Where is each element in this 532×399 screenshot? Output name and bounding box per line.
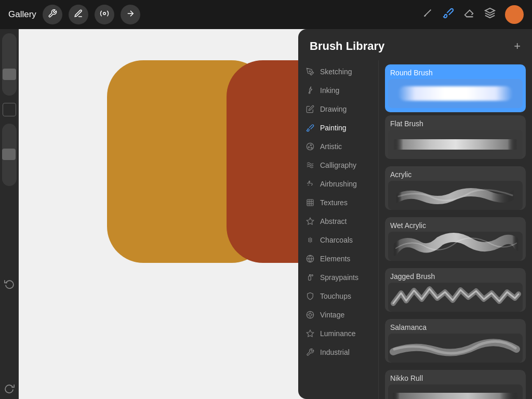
category-painting-label: Painting	[320, 124, 347, 132]
category-inking-label: Inking	[320, 86, 339, 95]
calligraphy-icon	[305, 161, 315, 170]
category-touchups[interactable]: Touchups	[298, 287, 378, 305]
category-textures-label: Textures	[320, 198, 348, 207]
jagged-brush-inner: Jagged Brush	[385, 268, 526, 312]
painting-icon	[305, 123, 315, 132]
svg-point-8	[310, 144, 312, 146]
category-inking[interactable]: Inking	[298, 81, 378, 100]
brush-item-flat-brush[interactable]: Flat Brush	[385, 115, 526, 163]
category-elements[interactable]: Elements	[298, 249, 378, 268]
side-panel	[0, 29, 19, 399]
category-industrial[interactable]: Industrial	[298, 343, 378, 362]
brush-size-slider[interactable]	[2, 33, 17, 96]
category-abstract-label: Abstract	[320, 217, 347, 225]
add-brush-button[interactable]: +	[514, 41, 521, 52]
jagged-brush-label: Jagged Brush	[385, 268, 526, 283]
round-brush-preview	[388, 79, 523, 108]
salamanca-label: Salamanca	[385, 319, 526, 334]
artistic-icon	[305, 142, 315, 151]
abstract-icon	[305, 217, 315, 226]
svg-marker-15	[307, 218, 313, 224]
undo-button[interactable]	[3, 277, 16, 290]
avatar[interactable]	[505, 5, 524, 24]
category-sketching[interactable]: Sketching	[298, 62, 378, 81]
svg-marker-4	[485, 8, 495, 13]
wet-acrylic-label: Wet Acrylic	[385, 217, 526, 232]
salamanca-preview	[388, 334, 523, 363]
svg-rect-21	[309, 276, 311, 280]
brush-item-acrylic[interactable]: Acrylic	[385, 166, 526, 214]
category-charcoals[interactable]: Charcoals	[298, 231, 378, 249]
salamanca-svg	[388, 334, 523, 363]
brush-library-panel: Brush Library + Sketching Inking	[298, 29, 532, 399]
toolbar-right	[422, 5, 524, 24]
category-luminance-label: Luminance	[320, 329, 356, 338]
svg-point-9	[311, 147, 312, 149]
textures-icon	[305, 198, 315, 207]
pen-tool-button[interactable]	[422, 7, 433, 22]
svg-point-22	[312, 275, 313, 276]
svg-point-6	[307, 143, 313, 150]
category-list: Sketching Inking Drawing	[298, 60, 379, 399]
category-artistic[interactable]: Artistic	[298, 137, 378, 156]
category-calligraphy[interactable]: Calligraphy	[298, 156, 378, 175]
adjust-button[interactable]	[69, 5, 88, 24]
category-airbrushing[interactable]: Airbrushing	[298, 175, 378, 193]
brush-item-wet-acrylic[interactable]: Wet Acrylic	[385, 217, 526, 265]
vintage-icon	[305, 310, 315, 320]
svg-marker-29	[307, 330, 313, 337]
airbrushing-icon	[305, 179, 315, 189]
brush-tool-button[interactable]	[443, 7, 454, 22]
brush-library-body: Sketching Inking Drawing	[298, 60, 532, 399]
drawing-icon	[305, 104, 315, 114]
toolbar: Gallery	[0, 0, 532, 29]
acrylic-inner: Acrylic	[385, 166, 526, 210]
brush-item-salamanca[interactable]: Salamanca	[385, 319, 526, 367]
category-spraypaints-label: Spraypaints	[320, 273, 358, 282]
category-touchups-label: Touchups	[320, 292, 351, 300]
redo-button[interactable]	[3, 381, 16, 395]
inking-icon	[305, 86, 315, 95]
wet-acrylic-svg	[388, 232, 523, 261]
toolbar-left: Gallery	[8, 5, 140, 24]
svg-rect-31	[392, 393, 518, 399]
elements-icon	[305, 254, 315, 263]
jagged-brush-preview	[388, 283, 523, 312]
category-spraypaints[interactable]: Spraypaints	[298, 268, 378, 287]
flat-brush-inner: Flat Brush	[385, 115, 526, 159]
eraser-tool-button[interactable]	[463, 7, 475, 22]
nikko-rull-preview	[388, 384, 523, 399]
category-textures[interactable]: Textures	[298, 193, 378, 212]
round-brush-stroke	[398, 86, 512, 101]
category-drawing[interactable]: Drawing	[298, 100, 378, 118]
nikko-rull-inner: Nikko Rull	[385, 370, 526, 399]
salamanca-inner: Salamanca	[385, 319, 526, 363]
category-painting[interactable]: Painting	[298, 118, 378, 137]
opacity-slider[interactable]	[2, 124, 17, 186]
category-luminance[interactable]: Luminance	[298, 324, 378, 343]
category-artistic-label: Artistic	[320, 142, 342, 151]
gallery-button[interactable]: Gallery	[8, 9, 36, 20]
category-sketching-label: Sketching	[320, 68, 352, 76]
brush-library-title: Brush Library	[310, 39, 384, 53]
category-elements-label: Elements	[320, 255, 350, 263]
brush-item-nikko-rull[interactable]: Nikko Rull	[385, 370, 526, 399]
acrylic-preview	[388, 181, 523, 210]
color-swatch[interactable]	[3, 103, 16, 116]
flat-brush-label: Flat Brush	[385, 115, 526, 130]
category-abstract[interactable]: Abstract	[298, 212, 378, 231]
layers-tool-button[interactable]	[484, 7, 496, 22]
category-airbrushing-label: Airbrushing	[320, 180, 357, 188]
svg-point-5	[309, 71, 311, 72]
arrow-button[interactable]	[121, 5, 140, 24]
luminance-icon	[305, 329, 315, 338]
wrench-button[interactable]	[43, 5, 62, 24]
brush-item-jagged-brush[interactable]: Jagged Brush	[385, 268, 526, 316]
brush-item-round-brush[interactable]: Round Brush	[385, 64, 526, 112]
category-vintage[interactable]: Vintage	[298, 305, 378, 324]
flat-brush-preview	[388, 130, 523, 159]
brush-size-thumb	[3, 69, 16, 80]
smudge-button[interactable]	[95, 5, 114, 24]
spraypaints-icon	[305, 273, 315, 282]
wet-acrylic-inner: Wet Acrylic	[385, 217, 526, 261]
